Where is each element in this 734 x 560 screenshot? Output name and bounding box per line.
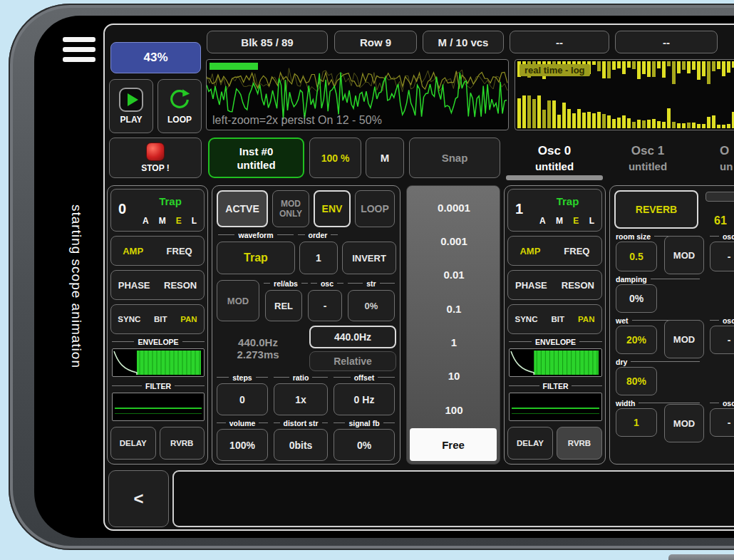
- volume-label: volume: [217, 418, 268, 427]
- osc1-mode-letters: A M E L: [539, 216, 594, 226]
- timeline-area[interactable]: [172, 470, 734, 527]
- osc-select-button[interactable]: -: [308, 290, 342, 321]
- letter-m[interactable]: M: [159, 216, 166, 226]
- width-button[interactable]: 1: [616, 408, 657, 437]
- instrument-volume-button[interactable]: 100 %: [309, 138, 361, 178]
- filter-display[interactable]: [509, 393, 602, 421]
- cpu-load-button[interactable]: 43%: [110, 42, 201, 73]
- order-button[interactable]: 1: [299, 242, 338, 274]
- empty-slot-button-2[interactable]: --: [615, 31, 718, 53]
- effect-name-button[interactable]: REVERB: [614, 190, 698, 229]
- osc0-mode-letters: A M E L: [143, 216, 197, 226]
- freq-value-button[interactable]: 440.0Hz: [309, 326, 396, 348]
- volume-button[interactable]: 100%: [217, 429, 268, 461]
- str-value-button[interactable]: 0%: [348, 290, 395, 321]
- phase-toggle[interactable]: PHASE: [118, 280, 150, 291]
- freq-info-hz: 440.0Hz: [238, 336, 278, 348]
- ratio-button[interactable]: 1x: [274, 383, 328, 415]
- mod-button[interactable]: MOD: [217, 280, 259, 321]
- loop-label: LOOP: [167, 115, 192, 125]
- bit-toggle[interactable]: BIT: [551, 315, 564, 323]
- osc1-amp-freq-group: AMP FREQ: [507, 236, 602, 266]
- mono-button[interactable]: M: [366, 138, 404, 178]
- offset-button[interactable]: 0 Hz: [334, 383, 395, 415]
- tab-osc1[interactable]: Osc 1 untitled: [609, 135, 687, 181]
- spectrum-display[interactable]: real time - log: [515, 59, 734, 130]
- dry-label: dry: [616, 357, 700, 366]
- wave-type-button[interactable]: Trap: [217, 242, 295, 274]
- pan-toggle[interactable]: PAN: [180, 315, 197, 323]
- reverb-send-button[interactable]: RVRB: [160, 427, 205, 460]
- letter-e[interactable]: E: [573, 216, 579, 226]
- freq-toggle[interactable]: FREQ: [167, 246, 192, 256]
- loop-toggle[interactable]: LOOP: [355, 190, 395, 227]
- damping-label: damping: [616, 274, 700, 284]
- wet-osc-button[interactable]: -: [710, 326, 734, 354]
- tab-osc0-title: Osc 0: [538, 144, 571, 158]
- rel-button[interactable]: REL: [265, 290, 302, 321]
- wet-button[interactable]: 20%: [616, 326, 657, 354]
- play-button[interactable]: PLAY: [109, 79, 153, 133]
- pan-toggle[interactable]: PAN: [578, 315, 594, 323]
- filter-display[interactable]: [112, 393, 205, 421]
- damping-button[interactable]: 0%: [616, 284, 657, 313]
- envelope-display[interactable]: [509, 348, 602, 377]
- loop-icon: [167, 88, 192, 112]
- distort-button[interactable]: 0bits: [274, 429, 328, 461]
- wet-mod-button[interactable]: MOD: [664, 320, 704, 358]
- sync-toggle[interactable]: SYNC: [515, 315, 538, 323]
- osc1-header-button[interactable]: 1 Trap A M E L: [507, 189, 602, 232]
- mod-only-line1: MOD: [281, 199, 301, 209]
- scope-caption: left-zoom=2x persist On 12 - 50%: [212, 114, 382, 127]
- steps-button[interactable]: 0: [217, 383, 268, 415]
- delay-button[interactable]: DELAY: [110, 427, 156, 460]
- tab-osc0[interactable]: Osc 0 untitled: [504, 135, 605, 181]
- effect-level-slider[interactable]: [705, 192, 734, 202]
- signal-fb-button[interactable]: 0%: [334, 429, 395, 461]
- amp-toggle[interactable]: AMP: [123, 246, 143, 256]
- reverb-send-button[interactable]: RVRB: [557, 427, 602, 460]
- letter-l[interactable]: L: [589, 216, 594, 226]
- dry-button[interactable]: 80%: [616, 367, 657, 395]
- value-slider[interactable]: 0.0001 0.001 0.01 0.1 1 10 100 Free: [406, 185, 500, 465]
- free-mode-button[interactable]: Free: [410, 428, 497, 461]
- letter-e[interactable]: E: [176, 216, 182, 226]
- room-size-button[interactable]: 0.5: [616, 242, 657, 271]
- reson-toggle[interactable]: RESON: [164, 280, 197, 291]
- scope-display[interactable]: left-zoom=2x persist On 12 - 50%: [206, 59, 509, 130]
- voices-counter-button[interactable]: M / 10 vcs: [423, 31, 504, 53]
- envelope-label: ENVELOPE: [112, 337, 205, 346]
- bit-toggle[interactable]: BIT: [154, 315, 167, 323]
- menu-icon[interactable]: [63, 37, 95, 62]
- mod-only-toggle[interactable]: MOD ONLY: [272, 190, 309, 227]
- letter-l[interactable]: L: [192, 216, 197, 226]
- instrument-button[interactable]: Inst #0 untitled: [208, 138, 304, 178]
- tab-osc2[interactable]: O un: [700, 135, 734, 181]
- room-mod-button[interactable]: MOD: [664, 236, 704, 274]
- width-osc-button[interactable]: -: [710, 408, 734, 437]
- letter-a[interactable]: A: [143, 216, 149, 226]
- loop-button[interactable]: LOOP: [157, 79, 202, 133]
- phase-toggle[interactable]: PHASE: [515, 280, 547, 291]
- back-button[interactable]: <: [108, 470, 169, 527]
- env-toggle[interactable]: ENV: [314, 190, 351, 227]
- relative-button[interactable]: Relative: [309, 351, 396, 371]
- envelope-display[interactable]: [112, 348, 205, 377]
- width-mod-button[interactable]: MOD: [664, 404, 704, 442]
- letter-a[interactable]: A: [539, 216, 546, 226]
- snap-button[interactable]: Snap: [409, 138, 500, 178]
- room-osc-button[interactable]: -: [710, 242, 734, 271]
- block-counter-button[interactable]: Blk 85 / 89: [207, 31, 328, 53]
- reson-toggle[interactable]: RESON: [562, 280, 594, 291]
- invert-button[interactable]: INVERT: [342, 242, 396, 274]
- delay-button[interactable]: DELAY: [507, 427, 553, 460]
- sync-toggle[interactable]: SYNC: [118, 315, 140, 323]
- amp-toggle[interactable]: AMP: [520, 246, 540, 256]
- stop-button[interactable]: STOP !: [109, 138, 202, 178]
- active-toggle[interactable]: ACTVE: [217, 190, 268, 227]
- osc0-header-button[interactable]: 0 Trap A M E L: [110, 189, 205, 232]
- freq-toggle[interactable]: FREQ: [564, 246, 589, 256]
- empty-slot-button-1[interactable]: --: [510, 31, 609, 53]
- letter-m[interactable]: M: [556, 216, 563, 226]
- row-counter-button[interactable]: Row 9: [334, 31, 417, 53]
